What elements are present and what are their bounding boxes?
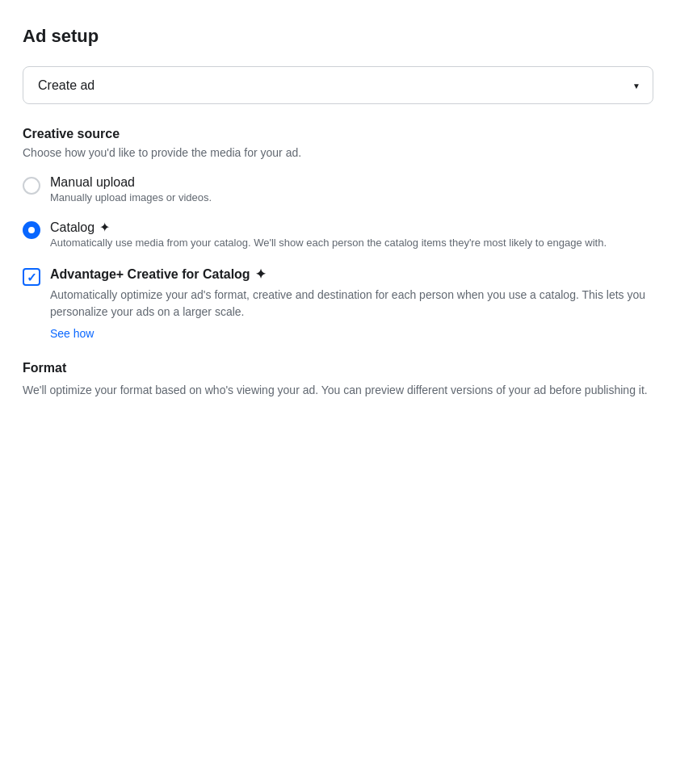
advantage-creative-section: ✓ Advantage+ Creative for Catalog ✦ Auto… (23, 265, 653, 342)
format-section: Format We'll optimize your format based … (23, 361, 653, 400)
catalog-text: Catalog ✦ Automatically use media from y… (50, 220, 607, 249)
format-description: We'll optimize your format based on who'… (23, 382, 653, 400)
advantage-creative-spark-icon: ✦ (255, 266, 266, 282)
catalog-radio-button[interactable] (23, 221, 40, 239)
see-how-link[interactable]: See how (50, 327, 653, 340)
catalog-label: Catalog ✦ (50, 220, 607, 235)
creative-source-description: Choose how you'd like to provide the med… (23, 146, 653, 159)
catalog-sublabel: Automatically use media from your catalo… (50, 237, 607, 249)
creative-source-section: Creative source Choose how you'd like to… (23, 127, 653, 249)
advantage-creative-content: Advantage+ Creative for Catalog ✦ Automa… (50, 266, 653, 340)
checkmark-icon: ✓ (27, 271, 37, 283)
advantage-creative-checkbox[interactable]: ✓ (23, 268, 40, 286)
page-title: Ad setup (23, 26, 653, 47)
advantage-creative-description: Automatically optimize your ad's format,… (50, 287, 653, 321)
manual-upload-radio-option[interactable]: Manual upload Manually upload images or … (23, 175, 653, 203)
create-ad-dropdown-wrapper[interactable]: Create ad Use existing post ▼ (23, 66, 653, 104)
advantage-creative-title: Advantage+ Creative for Catalog ✦ (50, 266, 653, 282)
manual-upload-text: Manual upload Manually upload images or … (50, 175, 212, 203)
creative-source-title: Creative source (23, 127, 653, 141)
catalog-radio-option[interactable]: Catalog ✦ Automatically use media from y… (23, 220, 653, 249)
manual-upload-radio-button[interactable] (23, 177, 40, 195)
ad-setup-dropdown-container: Create ad Use existing post ▼ (23, 66, 653, 104)
catalog-spark-icon: ✦ (99, 220, 110, 235)
format-title: Format (23, 361, 653, 375)
manual-upload-label: Manual upload (50, 175, 212, 190)
create-ad-select[interactable]: Create ad Use existing post (23, 66, 653, 104)
manual-upload-sublabel: Manually upload images or videos. (50, 191, 212, 203)
